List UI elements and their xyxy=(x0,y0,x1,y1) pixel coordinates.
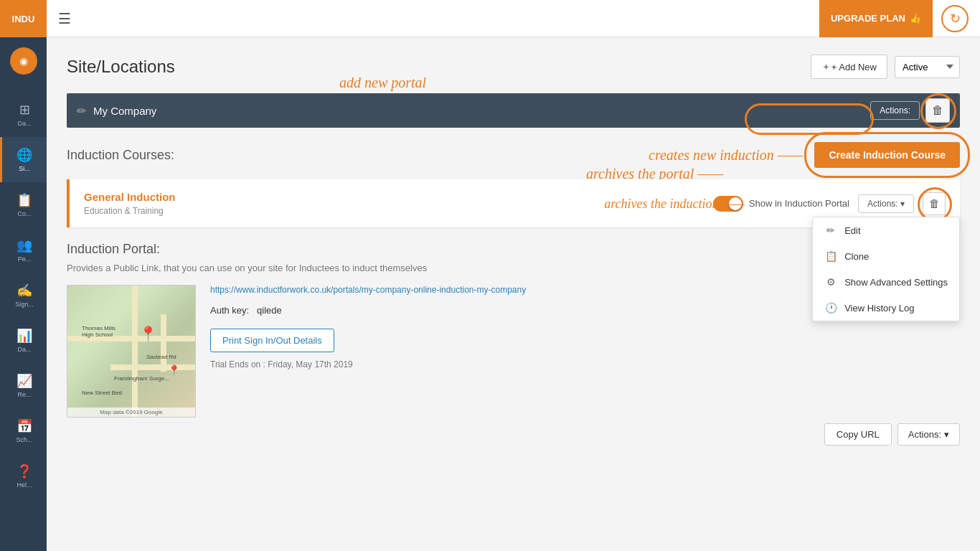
sidebar: INDU ◉ ⊞ Da... 🌐 Si... 📋 Co... 👥 Pe... ✍… xyxy=(0,0,47,551)
course-name[interactable]: General Induction xyxy=(84,191,176,203)
sidebar-item-compliance[interactable]: 📋 Co... xyxy=(0,182,47,227)
help-icon: ❓ xyxy=(17,463,32,479)
dropdown-advanced-settings[interactable]: ⚙ Show Advanced Settings xyxy=(813,269,959,295)
sidebar-item-schedule[interactable]: 📅 Sch... xyxy=(0,408,47,453)
sidebar-item-signin[interactable]: ✍ Sign... xyxy=(0,273,47,318)
hamburger-icon[interactable]: ☰ xyxy=(58,10,71,27)
annotation-archive-induction: archives the induction —— xyxy=(604,196,745,211)
sidebar-item-label: Re... xyxy=(17,391,31,398)
sidebar-item-data[interactable]: 📊 Da... xyxy=(0,318,47,363)
sites-icon: 🌐 xyxy=(17,147,32,163)
dashboard-icon: ⊞ xyxy=(19,102,30,118)
refresh-icon: ↻ xyxy=(950,11,961,27)
dropdown-history-log[interactable]: 🕐 View History Log xyxy=(813,295,959,321)
edit-icon: ✏ xyxy=(824,225,837,236)
sidebar-item-label: Da... xyxy=(17,346,31,353)
dropdown-clone[interactable]: 📋 Clone xyxy=(813,243,959,269)
dropdown-edit[interactable]: ✏ Edit xyxy=(813,217,959,243)
avatar[interactable]: ◉ xyxy=(10,47,37,75)
print-sign-in-out-button[interactable]: Print Sign In/Out Details xyxy=(210,329,334,352)
copy-url-button[interactable]: Copy URL xyxy=(824,423,892,446)
sidebar-item-sites[interactable]: 🌐 Si... xyxy=(0,137,47,182)
course-right: Show in Induction Portal archives the in… xyxy=(713,192,946,215)
course-category: Education & Training xyxy=(84,206,176,216)
topbar: ☰ UPGRADE PLAN 👍 ↻ xyxy=(47,0,980,37)
add-new-button[interactable]: ＋ + Add New xyxy=(811,55,887,79)
data-icon: 📊 xyxy=(17,328,32,344)
sidebar-item-label: Sch... xyxy=(16,436,32,443)
compliance-icon: 📋 xyxy=(17,192,32,208)
course-info: General Induction Education & Training xyxy=(84,191,176,216)
settings-icon: ⚙ xyxy=(824,276,837,288)
sidebar-item-label: Sign... xyxy=(15,301,34,308)
sidebar-item-label: Hel... xyxy=(17,481,32,489)
section-actions-button[interactable]: Actions: xyxy=(870,101,920,120)
section-archive-button[interactable]: 🗑 xyxy=(925,98,950,123)
refresh-icon-button[interactable]: ↻ xyxy=(941,5,969,32)
schedule-icon: 📅 xyxy=(17,418,32,434)
sidebar-item-label: Co... xyxy=(17,210,31,217)
induction-courses-title: Induction Courses: xyxy=(67,148,174,163)
sidebar-item-label: Pe... xyxy=(18,255,32,263)
topbar-left: ☰ xyxy=(58,10,71,27)
reports-icon: 📈 xyxy=(17,373,32,389)
course-actions-button[interactable]: Actions: ▾ xyxy=(858,194,914,213)
upgrade-label: UPGRADE PLAN xyxy=(831,13,905,24)
signin-icon: ✍ xyxy=(17,283,32,298)
status-filter-select[interactable]: Active Archived xyxy=(895,56,960,78)
page-header-right: ＋ + Add New Active Archived xyxy=(811,55,960,79)
people-icon: 👥 xyxy=(17,237,32,253)
plus-icon: ＋ xyxy=(821,60,831,73)
thumbs-up-icon: 👍 xyxy=(910,13,921,24)
annotation-creates-induction: creates new induction —— xyxy=(649,147,803,164)
actions-dropdown-menu: ✏ Edit 📋 Clone ⚙ Show Advanced Settings … xyxy=(812,217,960,321)
sidebar-item-reports[interactable]: 📈 Re... xyxy=(0,363,47,408)
sidebar-nav: ⊞ Da... 🌐 Si... 📋 Co... 👥 Pe... ✍ Sign..… xyxy=(0,92,47,499)
history-icon: 🕐 xyxy=(824,302,837,314)
chevron-down-icon: ▾ xyxy=(944,429,949,440)
page-header: Site/Locations ＋ + Add New Active Archiv… xyxy=(67,55,960,79)
trial-info: Trial Ends on : Friday, May 17th 2019 xyxy=(210,359,960,369)
content-area: Site/Locations ＋ + Add New Active Archiv… xyxy=(47,37,980,551)
edit-section-icon[interactable]: ✏ xyxy=(77,104,86,118)
page-title: Site/Locations xyxy=(67,57,175,77)
upgrade-plan-button[interactable]: UPGRADE PLAN 👍 xyxy=(819,0,933,37)
sidebar-item-people[interactable]: 👥 Pe... xyxy=(0,227,47,273)
portal-actions-button[interactable]: Actions: ▾ xyxy=(897,423,960,446)
sidebar-item-label: Si... xyxy=(19,165,30,172)
course-trash-icon: 🗑 xyxy=(929,197,940,209)
sidebar-item-help[interactable]: ❓ Hel... xyxy=(0,453,47,499)
map-pin-b: 📍 xyxy=(168,364,180,376)
map-pin-a: 📍 xyxy=(139,325,157,342)
sidebar-item-dashboard[interactable]: ⊞ Da... xyxy=(0,92,47,137)
section-bar-title: My Company xyxy=(93,105,156,117)
map-footer: Map data ©2019 Google xyxy=(67,408,195,417)
section-bar-right: archives the portal —— Actions: 🗑 xyxy=(870,98,950,123)
section-bar: ✏ My Company archives the portal —— Acti… xyxy=(67,93,960,128)
sidebar-logo: INDU xyxy=(0,0,47,37)
sidebar-item-label: Da... xyxy=(17,120,31,127)
map-inner: Thomas MillsHigh School Saxtead Rd Framl… xyxy=(67,286,195,417)
section-bar-left: ✏ My Company xyxy=(77,104,156,118)
map-thumbnail: Thomas MillsHigh School Saxtead Rd Framl… xyxy=(67,285,196,418)
clone-icon: 📋 xyxy=(824,250,837,262)
portal-actions: Copy URL Actions: ▾ xyxy=(67,423,960,446)
create-induction-course-button[interactable]: Create Induction Course xyxy=(814,142,960,168)
trash-icon: 🗑 xyxy=(932,104,943,117)
main-area: ☰ UPGRADE PLAN 👍 ↻ Site/Locations ＋ + Ad… xyxy=(47,0,980,551)
topbar-right: UPGRADE PLAN 👍 ↻ xyxy=(819,0,969,37)
course-card: General Induction Education & Training S… xyxy=(67,179,960,227)
course-archive-button[interactable]: 🗑 xyxy=(923,192,946,215)
induction-header: Induction Courses: creates new induction… xyxy=(67,142,960,168)
